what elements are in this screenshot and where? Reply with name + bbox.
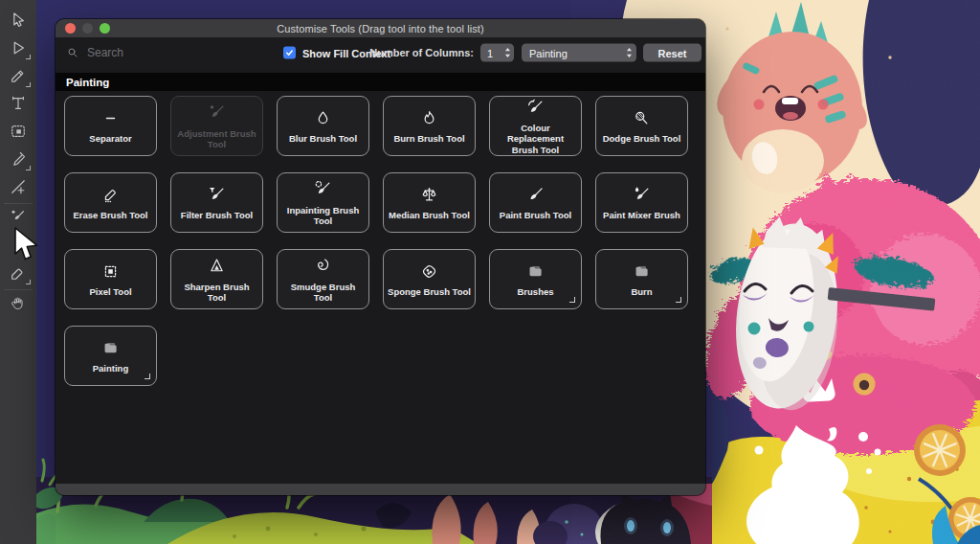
tool-tile-median-brush-tool[interactable]: Median Brush Tool — [383, 172, 476, 233]
tool-tile-label: Painting — [89, 363, 132, 374]
adjustment-brush-icon — [207, 102, 227, 124]
eraser-icon — [100, 184, 121, 205]
sidebar-marquee-selection-tool[interactable] — [0, 119, 36, 147]
columns-stepper[interactable]: 1 — [480, 44, 514, 62]
move-tool-icon — [9, 11, 28, 34]
tool-tile-label: Separator — [85, 133, 135, 144]
node-tool-icon — [9, 177, 28, 200]
tool-tile-label: Burn Brush Tool — [390, 133, 468, 144]
tool-tile-label: Paint Mixer Brush — [599, 210, 684, 220]
flyout-corner-icon — [569, 297, 575, 303]
tool-tile-paint-brush-tool[interactable]: Paint Brush Tool — [489, 172, 582, 233]
tool-tile-separator[interactable]: Separator — [64, 96, 157, 156]
tool-tile-adjustment-brush-tool: Adjustment Brush Tool — [170, 96, 263, 156]
tool-tile-label: Pixel Tool — [85, 286, 135, 297]
sponge-icon — [419, 261, 439, 282]
tool-tile-dodge-brush-tool[interactable]: Dodge Brush Tool — [595, 96, 688, 156]
sidebar-move-tool[interactable] — [0, 8, 36, 35]
mouse-cursor — [13, 226, 39, 266]
tool-grid: SeparatorAdjustment Brush ToolBlur Brush… — [56, 91, 705, 386]
dialog-title: Customise Tools (Drag tool into the tool… — [277, 23, 484, 34]
close-button[interactable] — [65, 23, 76, 34]
tool-tile-label: Sponge Brush Tool — [384, 286, 475, 297]
tool-tile-sharpen-brush-tool[interactable]: Sharpen Brush Tool — [170, 249, 263, 309]
filter-brush-icon — [207, 184, 227, 205]
tool-tile-erase-brush-tool[interactable]: Erase Brush Tool — [64, 172, 157, 233]
tool-tile-label: Burn — [627, 286, 656, 297]
inpainting-brush-icon — [313, 179, 333, 200]
titlebar[interactable]: Customise Tools (Drag tool into the tool… — [56, 19, 705, 37]
folder-icon — [100, 337, 121, 358]
number-of-columns-label: Number of Columns: — [369, 47, 474, 58]
dodge-icon — [632, 107, 652, 128]
sharpen-triangle-icon — [207, 256, 227, 277]
tool-tile-burn-brush-tool[interactable]: Burn Brush Tool — [383, 96, 476, 156]
erase-brush-tool-icon — [9, 263, 28, 286]
tool-tile-filter-brush-tool[interactable]: Filter Brush Tool — [170, 172, 263, 233]
tool-tile-burn[interactable]: Burn — [595, 249, 688, 309]
colour-replacement-brush-icon — [525, 97, 546, 118]
sidebar-pan-tool[interactable] — [0, 291, 36, 319]
tool-tile-label: Inpainting Brush Tool — [278, 205, 368, 226]
tool-tile-blur-brush-tool[interactable]: Blur Brush Tool — [277, 96, 369, 156]
tool-tile-label: Sharpen Brush Tool — [171, 282, 262, 303]
checkbox-checked-icon[interactable] — [283, 47, 296, 59]
search-icon — [67, 47, 78, 58]
tool-tile-painting[interactable]: Painting — [64, 326, 157, 386]
columns-value: 1 — [487, 47, 493, 58]
mixer-brush-icon — [632, 184, 652, 205]
flyout-mark-icon — [26, 166, 31, 170]
dialog-toolbar: Show Fill Context Number of Columns: 1 P… — [56, 37, 705, 68]
search-field[interactable] — [67, 45, 233, 60]
stepper-chevrons-icon — [504, 47, 511, 59]
flyout-mark-icon — [26, 280, 31, 284]
tool-tile-brushes[interactable]: Brushes — [489, 249, 582, 309]
tool-tile-label: Erase Brush Tool — [70, 210, 152, 220]
sidebar — [0, 0, 36, 544]
flyout-corner-icon — [145, 374, 150, 379]
pixel-icon — [100, 261, 121, 282]
tool-tile-label: Median Brush Tool — [385, 210, 474, 220]
sidebar-text-tool[interactable] — [0, 91, 36, 119]
tool-tile-pixel-tool[interactable]: Pixel Tool — [64, 249, 157, 309]
selection-tool-icon — [9, 38, 28, 61]
search-input[interactable] — [85, 45, 233, 60]
blur-drop-icon — [313, 107, 333, 128]
scales-icon — [419, 184, 439, 205]
folder-icon — [525, 261, 546, 282]
tool-tile-sponge-brush-tool[interactable]: Sponge Brush Tool — [383, 249, 476, 309]
flyout-mark-icon — [26, 55, 31, 59]
text-tool-icon — [9, 94, 28, 117]
tool-tile-smudge-brush-tool[interactable]: Smudge Brush Tool — [277, 249, 369, 309]
sidebar-node-tool[interactable] — [0, 174, 36, 202]
flyout-corner-icon — [676, 297, 681, 303]
category-dropdown-value: Painting — [529, 47, 568, 58]
separator-icon — [100, 107, 121, 128]
dialog-footer — [56, 484, 705, 495]
category-dropdown[interactable]: Painting — [522, 44, 636, 62]
smudge-icon — [313, 256, 333, 277]
customise-tools-dialog: Customise Tools (Drag tool into the tool… — [56, 19, 705, 495]
sidebar-selection-tool[interactable] — [0, 35, 36, 63]
paint-brush-icon — [525, 184, 546, 205]
tool-tile-inpainting-brush-tool[interactable]: Inpainting Brush Tool — [277, 172, 369, 233]
marquee-selection-tool-icon — [9, 122, 28, 145]
tool-tile-colour-replacement-brush-tool[interactable]: Colour Replacement Brush Tool — [489, 96, 582, 156]
tool-tile-label: Brushes — [513, 286, 557, 297]
tool-tile-label: Paint Brush Tool — [496, 210, 575, 220]
zoom-button[interactable] — [100, 23, 110, 34]
tool-tile-label: Blur Brush Tool — [285, 133, 361, 144]
tool-tile-label: Filter Brush Tool — [177, 210, 256, 220]
section-header: Painting — [56, 73, 705, 91]
tool-tile-label: Dodge Brush Tool — [599, 133, 685, 144]
minimize-button[interactable] — [82, 23, 93, 34]
flame-icon — [419, 107, 439, 128]
sidebar-pencil-tool[interactable] — [0, 63, 36, 91]
dialog-content: Painting SeparatorAdjustment Brush ToolB… — [56, 68, 705, 484]
tool-tile-label: Colour Replacement Brush Tool — [490, 123, 581, 155]
folder-icon — [632, 261, 652, 282]
tool-tile-paint-mixer-brush[interactable]: Paint Mixer Brush — [595, 172, 688, 233]
reset-button[interactable]: Reset — [643, 44, 702, 62]
tool-tile-label: Smudge Brush Tool — [278, 282, 368, 303]
sidebar-colour-picker-tool[interactable] — [0, 147, 36, 174]
